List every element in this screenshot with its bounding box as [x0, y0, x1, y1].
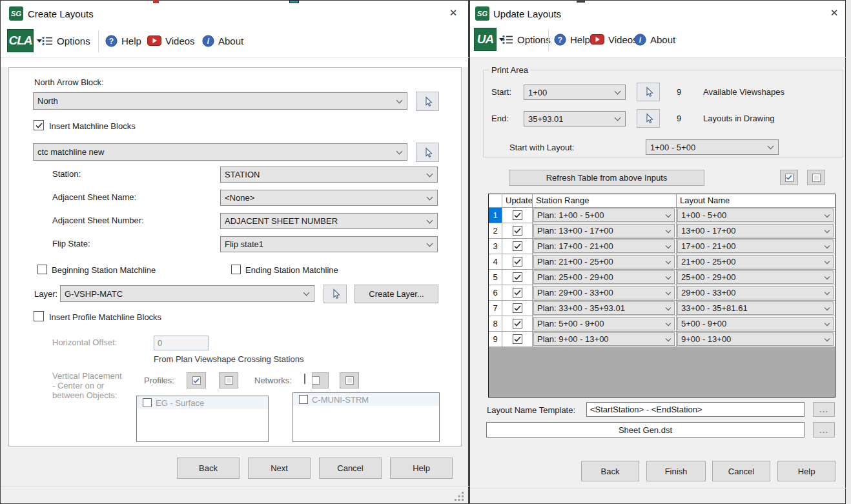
resize-grip[interactable]: [454, 491, 464, 504]
profile-item-checkbox[interactable]: [143, 398, 152, 407]
update-checkbox[interactable]: [513, 241, 522, 251]
station-range-combo[interactable]: Plan: 13+00 - 17+00: [533, 224, 675, 237]
station-range-combo[interactable]: Plan: 25+00 - 29+00: [533, 270, 675, 284]
row-update-cell[interactable]: [502, 270, 533, 285]
networks-check-all-button[interactable]: [312, 372, 329, 388]
close-button[interactable]: ✕: [822, 3, 846, 23]
header-row-number[interactable]: [489, 194, 502, 207]
videos-toolbar-button[interactable]: Videos: [147, 34, 195, 48]
row-update-cell[interactable]: [502, 254, 533, 269]
back-button[interactable]: Back: [177, 458, 240, 479]
start-station-combo[interactable]: 1+00: [524, 85, 626, 100]
help-toolbar-button[interactable]: ? Help: [554, 32, 590, 46]
sheet-set-browse-button[interactable]: ...: [813, 422, 835, 438]
row-number-cell[interactable]: 5: [489, 270, 502, 285]
options-button[interactable]: Options: [502, 32, 551, 46]
layout-name-combo[interactable]: 1+00 - 5+00: [677, 208, 834, 222]
station-range-combo[interactable]: Plan: 21+00 - 25+00: [533, 255, 675, 268]
layout-name-combo[interactable]: 29+00 - 33+00: [677, 286, 834, 299]
row-number-cell[interactable]: 6: [489, 285, 502, 300]
update-checkbox[interactable]: [513, 210, 522, 220]
station-range-combo[interactable]: Plan: 29+00 - 33+00: [533, 286, 675, 299]
row-number-cell[interactable]: 4: [489, 254, 502, 269]
row-number-cell[interactable]: 2: [489, 223, 502, 238]
adjacent-sheet-number-combo[interactable]: ADJACENT SHEET NUMBER: [220, 213, 438, 229]
pick-end-station-button[interactable]: [637, 109, 660, 128]
row-update-cell[interactable]: [502, 208, 533, 223]
update-checkbox[interactable]: [513, 288, 522, 297]
update-checkbox[interactable]: [513, 257, 522, 267]
north-arrow-combo[interactable]: North: [33, 92, 407, 110]
end-station-combo[interactable]: 35+93.01: [524, 111, 626, 126]
sheet-set-file-input[interactable]: [486, 422, 805, 438]
app-logo-button[interactable]: CLA: [7, 29, 34, 52]
profiles-list-item[interactable]: EG - Surface: [137, 396, 268, 409]
update-checkbox[interactable]: [513, 303, 522, 313]
flip-state-combo[interactable]: Flip state1: [220, 236, 438, 252]
next-button[interactable]: Next: [248, 458, 311, 479]
videos-toolbar-button[interactable]: Videos: [590, 32, 638, 46]
station-range-combo[interactable]: Plan: 33+00 - 35+93.01: [533, 301, 675, 315]
options-button[interactable]: Options: [42, 34, 90, 48]
finish-button[interactable]: Finish: [646, 461, 706, 481]
network-item-checkbox[interactable]: [299, 395, 308, 404]
row-update-cell[interactable]: [502, 223, 533, 238]
template-browse-button[interactable]: ...: [813, 402, 835, 417]
layout-name-combo[interactable]: 17+00 - 21+00: [677, 239, 834, 253]
about-toolbar-button[interactable]: i About: [202, 34, 243, 48]
update-checkbox[interactable]: [513, 319, 522, 328]
insert-profile-matchline-checkbox[interactable]: [34, 311, 44, 321]
row-update-cell[interactable]: [502, 301, 533, 316]
horizontal-offset-input[interactable]: [154, 336, 209, 350]
pick-north-arrow-button[interactable]: [416, 92, 439, 111]
layout-name-combo[interactable]: 5+00 - 9+00: [677, 317, 834, 330]
check-all-rows-button[interactable]: [780, 170, 798, 185]
pick-start-station-button[interactable]: [637, 83, 660, 101]
logo-dropdown-caret[interactable]: [37, 39, 42, 43]
row-update-cell[interactable]: [502, 239, 533, 254]
row-number-cell[interactable]: 7: [489, 301, 502, 316]
adjacent-sheet-name-combo[interactable]: <None>: [220, 190, 438, 206]
update-checkbox[interactable]: [513, 272, 522, 282]
row-update-cell[interactable]: [502, 316, 533, 331]
profiles-uncheck-all-button[interactable]: [219, 372, 238, 388]
profiles-check-all-button[interactable]: [187, 372, 206, 388]
layout-name-combo[interactable]: 9+00 - 13+00: [677, 332, 834, 346]
station-range-combo[interactable]: Plan: 17+00 - 21+00: [533, 239, 675, 253]
layout-name-combo[interactable]: 33+00 - 35+81.61: [677, 301, 834, 315]
pick-layer-button[interactable]: [323, 285, 347, 303]
networks-uncheck-all-button[interactable]: [340, 372, 359, 388]
about-toolbar-button[interactable]: i About: [634, 32, 675, 46]
help-button[interactable]: Help: [777, 461, 836, 481]
header-layout-name[interactable]: Layout Name: [677, 194, 835, 207]
header-update[interactable]: Update: [502, 194, 533, 207]
profiles-listbox[interactable]: EG - Surface: [136, 396, 269, 442]
help-toolbar-button[interactable]: ? Help: [105, 34, 141, 48]
pick-matchline-block-button[interactable]: [416, 143, 439, 162]
back-button[interactable]: Back: [581, 461, 639, 481]
uncheck-all-rows-button[interactable]: [807, 170, 825, 185]
header-station-range[interactable]: Station Range: [533, 194, 677, 207]
create-layer-button[interactable]: Create Layer...: [354, 285, 438, 303]
row-number-cell[interactable]: 1: [489, 208, 502, 223]
row-update-cell[interactable]: [502, 285, 533, 300]
app-logo-button[interactable]: UA: [474, 28, 497, 51]
row-number-cell[interactable]: 9: [489, 332, 502, 347]
layout-name-combo[interactable]: 21+00 - 25+00: [677, 255, 834, 268]
station-range-combo[interactable]: Plan: 1+00 - 5+00: [533, 208, 675, 222]
insert-matchline-checkbox[interactable]: [34, 120, 44, 130]
station-range-combo[interactable]: Plan: 5+00 - 9+00: [533, 317, 675, 330]
close-button[interactable]: ✕: [441, 3, 466, 23]
layout-name-combo[interactable]: 25+00 - 29+00: [677, 270, 834, 284]
station-range-combo[interactable]: Plan: 9+00 - 13+00: [533, 332, 675, 346]
layout-name-combo[interactable]: 13+00 - 17+00: [677, 224, 834, 237]
refresh-table-button[interactable]: Refresh Table from above Inputs: [509, 170, 704, 186]
help-button[interactable]: Help: [390, 458, 453, 479]
station-attribute-combo[interactable]: STATION: [220, 166, 438, 183]
start-with-layout-combo[interactable]: 1+00 - 5+00: [646, 139, 779, 155]
row-number-cell[interactable]: 3: [489, 239, 502, 254]
beginning-station-checkbox[interactable]: [37, 265, 47, 274]
matchline-block-combo[interactable]: ctc matchline new: [33, 143, 407, 161]
networks-listbox[interactable]: C-MUNI-STRM: [292, 392, 440, 442]
layout-name-template-input[interactable]: [586, 402, 805, 417]
